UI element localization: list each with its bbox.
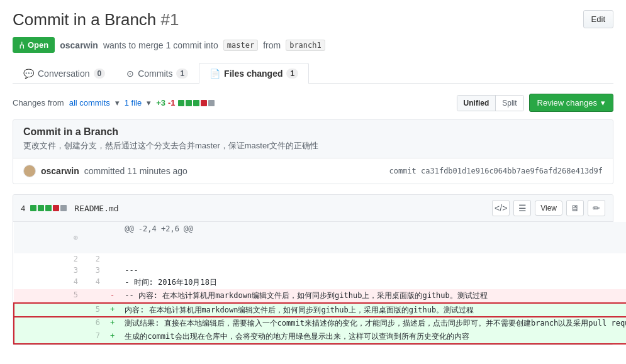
diff-file: 4 README.md </> ☰ View 🖥 ✏ [13,194,613,345]
line-sign: + [105,330,120,344]
pr-from: from [263,40,281,50]
commit-box-header: Commit in a Branch 更改文件，创建分支，然后通过这个分支去合并… [13,120,613,158]
old-line-num [14,317,83,330]
toolbar-right: Unified Split Review changes [457,94,613,112]
line-sign: - [105,289,120,303]
file-stat-4 [53,205,59,211]
conversation-icon: 💬 [23,69,34,79]
review-changes-button[interactable]: Review changes [529,94,613,112]
line-sign [105,265,120,276]
split-view-btn[interactable]: Split [496,96,523,111]
view-toggle: Unified Split [457,95,524,111]
line-content [120,253,626,265]
commit-box: Commit in a Branch 更改文件，创建分支，然后通过这个分支去合并… [13,119,613,184]
table-row: 7 + 生成的commit会出现在仓库中，会将变动的地方用绿色显示出来，这样可以… [14,330,626,344]
old-line-num [14,303,83,317]
hunk-sign [105,222,120,253]
tab-conversation-label: Conversation [38,69,90,79]
toolbar-arrow: ▾ [115,98,120,108]
pr-action: wants to merge 1 commit into [103,40,218,50]
table-row: 5 - -- 内容: 在本地计算机用markdown编辑文件后，如何同步到git… [14,289,626,303]
stat-block-5 [208,100,215,106]
old-line-num: 5 [14,289,83,303]
line-sign: + [105,317,120,330]
old-line-num: 4 [14,276,83,289]
raw-view-btn[interactable]: ☰ [513,200,531,216]
diff-toolbar: Changes from all commits ▾ 1 file ▾ +3 -… [13,94,613,112]
hunk-content: @@ -2,4 +2,6 @@ [120,222,626,253]
new-line-num: 4 [83,276,105,289]
diff-hunk-row: ⊕ @@ -2,4 +2,6 @@ [14,222,626,253]
changes-from-label: Changes from [13,98,64,108]
commits-icon: ⊙ [126,69,134,79]
line-sign [105,253,120,265]
file-stat-3 [45,205,52,211]
file-name: README.md [74,204,118,213]
edit-button[interactable]: Edit [583,10,613,28]
open-badge: ⑃ Open [13,37,55,53]
new-line-num: 7 [83,330,105,344]
new-line-num: 2 [83,253,105,265]
pr-meta: ⑃ Open oscarwin wants to merge 1 commit … [13,37,613,53]
tabs-bar: 💬 Conversation 0 ⊙ Commits 1 📄 Files cha… [13,63,613,84]
merge-icon: ⑃ [19,40,25,50]
pr-author: oscarwin [60,40,98,50]
stat-block-3 [193,100,199,106]
head-branch: branch1 [286,40,325,51]
commit-meta: oscarwin committed 11 minutes ago commit… [13,158,613,184]
diff-stats: +3 -1 [156,98,214,108]
file-arrow: ▾ [147,98,151,108]
view-file-btn[interactable]: View [535,201,562,216]
all-commits-link[interactable]: all commits [69,98,110,108]
stat-del: -1 [168,98,176,108]
commit-time: committed 11 minutes ago [84,166,187,176]
line-sign [105,276,120,289]
stat-add: +3 [156,98,165,108]
edit-file-btn[interactable]: ✏ [588,200,605,216]
file-stat-blocks [30,205,67,211]
tab-commits[interactable]: ⊙ Commits 1 [116,63,199,84]
commit-sha: commit ca31fdb01d1e916c064bb7ae9f6afd268… [389,167,603,175]
table-row: 6 + 测试结果: 直接在本地编辑后，需要输入一个commit来描述你的变化，才… [14,317,626,330]
file-actions: </> ☰ View 🖥 ✏ [492,200,605,216]
commits-count: 1 [176,69,188,79]
diff-table: ⊕ @@ -2,4 +2,6 @@ 2 2 3 3 [13,222,626,345]
file-count-link[interactable]: 1 file [125,98,142,108]
line-content: 内容: 在本地计算机用markdown编辑文件后，如何同步到github上，采用… [120,303,626,317]
line-content: 测试结果: 直接在本地编辑后，需要输入一个commit来描述你的变化，才能同步，… [120,317,626,330]
tab-files-changed[interactable]: 📄 Files changed 1 [199,63,309,84]
tab-conversation[interactable]: 💬 Conversation 0 [13,63,116,84]
expand-icon[interactable]: ⊕ [74,233,78,242]
file-stat-1 [30,205,36,211]
commit-title: Commit in a Branch [23,126,603,138]
new-line-num [83,289,105,303]
main-page: Commit in a Branch #1 Edit ⑃ Open oscarw… [0,0,626,364]
hunk-old-num: ⊕ [14,222,83,253]
stat-blocks [178,100,215,106]
diff-file-header: 4 README.md </> ☰ View 🖥 ✏ [13,195,613,222]
toolbar-left: Changes from all commits ▾ 1 file ▾ +3 -… [13,98,215,108]
new-line-num: 5 [83,303,105,317]
table-row: 5 + 内容: 在本地计算机用markdown编辑文件后，如何同步到github… [14,303,626,317]
line-sign: + [105,303,120,317]
commit-desc: 更改文件，创建分支，然后通过这个分支去合并master，保证master文件的正… [23,140,603,152]
monitor-btn[interactable]: 🖥 [566,200,584,216]
line-content: -- 内容: 在本地计算机用markdown编辑文件后，如何同步到github上… [120,289,626,303]
file-stat-2 [38,205,44,211]
line-content: --- [120,265,626,276]
old-line-num: 3 [14,265,83,276]
base-branch: master [223,40,258,51]
new-line-num: 6 [83,317,105,330]
file-stat-5 [60,205,67,211]
old-line-num: 2 [14,253,83,265]
hunk-new-num [83,222,105,253]
table-row: 2 2 [14,253,626,265]
line-content: - 时间: 2016年10月18日 [120,276,626,289]
author-avatar [23,165,36,177]
stat-block-1 [178,100,184,106]
page-header: Commit in a Branch #1 Edit [13,10,613,30]
commit-author: oscarwin [41,166,79,176]
unified-view-btn[interactable]: Unified [457,96,496,111]
line-content: 生成的commit会出现在仓库中，会将变动的地方用绿色显示出来，这样可以查询到所… [120,330,626,344]
code-view-btn[interactable]: </> [492,200,510,216]
